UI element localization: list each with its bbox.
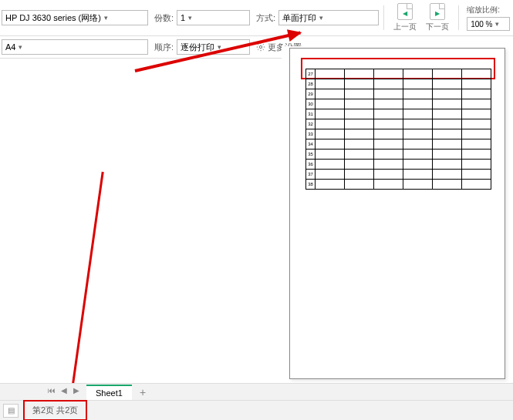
page-info-text: 第2页 共2页 [32, 405, 78, 415]
copies-value: 1 [181, 13, 185, 22]
page-icon: ▶ [430, 3, 445, 20]
sheet-tabs-bar: ⏮ ◀ ▶ Sheet1 + [0, 383, 513, 400]
next-page-label: 下一页 [426, 22, 449, 32]
status-button[interactable]: ▤ [3, 404, 19, 418]
tab-scroll-next[interactable]: ▶ [71, 386, 82, 398]
order-value: 逐份打印 [181, 42, 214, 53]
table-row: 28 [306, 79, 491, 89]
page-preview: 272829303132333435363738 [289, 48, 505, 379]
table-row: 32 [306, 119, 491, 129]
mode-value: 单面打印 [282, 12, 316, 24]
table-row: 31 [306, 109, 491, 119]
next-page-button[interactable]: ▶ 下一页 [421, 3, 454, 32]
tab-scroll-prev[interactable]: ◀ [59, 386, 69, 398]
page-icon: ◀ [397, 3, 413, 20]
table-row: 35 [306, 150, 491, 160]
annotation-arrow [69, 172, 104, 401]
chevron-down-icon: ▾ [495, 20, 499, 28]
table-row: 36 [306, 160, 491, 170]
table-row: 27 [306, 69, 491, 79]
table-row: 34 [306, 139, 491, 150]
chevron-down-icon: ▾ [19, 43, 22, 51]
add-sheet-button[interactable]: + [135, 386, 150, 398]
table-row: 30 [306, 99, 491, 109]
copies-input[interactable]: 1 ▾ [177, 10, 250, 25]
tab-scroll-first[interactable]: ⏮ [46, 386, 57, 398]
prev-page-label: 上一页 [393, 22, 417, 32]
zoom-label: 缩放比例: [467, 5, 500, 15]
printer-select[interactable]: HP DJ 3630 series (网络) ▾ [2, 10, 148, 25]
preview-table: 272829303132333435363738 [305, 69, 491, 190]
divider [458, 5, 459, 30]
sheet-tab[interactable]: Sheet1 [86, 385, 132, 400]
chevron-down-icon: ▾ [104, 14, 108, 22]
table-row: 37 [306, 170, 491, 180]
sheet-tab-label: Sheet1 [96, 388, 123, 398]
zoom-input[interactable]: 100 % ▾ [467, 17, 510, 31]
chevron-down-icon: ▾ [319, 14, 323, 22]
paper-value: A4 [5, 42, 15, 52]
page-info: 第2页 共2页 [23, 400, 87, 420]
zoom-value: 100 % [471, 20, 492, 29]
mode-select[interactable]: 单面打印 ▾ [278, 10, 379, 25]
print-preview-area: 272829303132333435363738 [282, 46, 513, 397]
order-label: 顺序: [154, 42, 174, 53]
divider [383, 5, 384, 30]
table-row: 38 [306, 180, 491, 190]
copies-label: 份数: [154, 12, 174, 24]
table-row: 29 [306, 89, 491, 99]
svg-point-0 [259, 45, 262, 48]
prev-page-button[interactable]: ◀ 上一页 [389, 3, 421, 32]
paper-select[interactable]: A4 ▾ [2, 39, 148, 55]
mode-label: 方式: [256, 12, 275, 24]
printer-value: HP DJ 3630 series (网络) [5, 12, 101, 24]
stepper-icon: ▾ [188, 14, 192, 22]
table-row: 33 [306, 129, 491, 139]
status-bar: ▤ 第2页 共2页 [0, 400, 513, 420]
